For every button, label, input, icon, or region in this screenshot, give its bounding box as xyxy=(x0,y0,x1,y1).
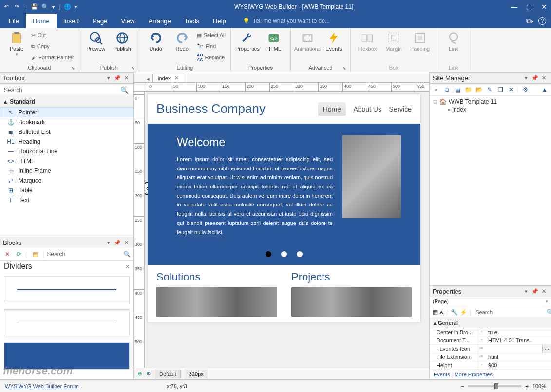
events-button[interactable]: Events xyxy=(322,30,345,53)
html-button[interactable]: </>HTML xyxy=(262,30,285,53)
prop-value[interactable]: HTML 4.01 Trans... xyxy=(485,336,551,344)
props-close-icon[interactable]: ✕ xyxy=(539,288,548,295)
blocks-close-action-icon[interactable]: ✕ xyxy=(3,250,12,259)
menu-file[interactable]: File xyxy=(2,14,26,28)
nav-about[interactable]: About Us xyxy=(353,105,381,113)
publish-button[interactable]: Publish xyxy=(111,30,134,53)
blocks-search-icon[interactable]: 🔍 xyxy=(123,251,131,258)
breakpoint-320[interactable]: 320px xyxy=(185,370,208,378)
tool-item-table[interactable]: ⊞Table xyxy=(0,186,133,195)
select-all-button[interactable]: ▦Select All xyxy=(197,30,226,40)
margin-button[interactable]: Margin xyxy=(382,30,405,53)
divider-preview-3[interactable] xyxy=(4,342,130,370)
tool-item-pointer[interactable]: ↖Pointer xyxy=(0,108,133,117)
prop-cat-general[interactable]: ▴ General xyxy=(430,318,551,328)
menu-insert[interactable]: Insert xyxy=(57,14,86,28)
tool-item-inline-frame[interactable]: ▭Inline Frame xyxy=(0,166,133,176)
sm-close-icon[interactable]: ✕ xyxy=(539,75,548,81)
toolbox-search-input[interactable] xyxy=(2,86,117,94)
carousel-dot-3[interactable] xyxy=(297,251,303,257)
zoom-in-button[interactable]: + xyxy=(525,383,528,389)
prop-value[interactable]: true xyxy=(485,328,551,336)
sm-delete-icon[interactable]: ✕ xyxy=(507,85,515,94)
blocks-section-close-icon[interactable]: ✕ xyxy=(125,263,130,270)
sm-up-icon[interactable]: ▲ xyxy=(540,85,549,94)
sm-props-icon[interactable]: ✎ xyxy=(485,85,494,94)
publish-launcher[interactable]: ⬊ xyxy=(131,66,135,71)
search-icon[interactable]: 🔍 xyxy=(117,86,132,94)
preview-icon[interactable]: 🔍 xyxy=(41,3,48,10)
props-dropdown-icon[interactable]: ▾ xyxy=(522,288,531,295)
toolbox-pin-icon[interactable]: 📌 xyxy=(113,75,122,81)
replace-button[interactable]: ABACReplace xyxy=(197,53,226,62)
sm-dropdown-icon[interactable]: ▾ xyxy=(522,75,531,81)
design-canvas[interactable]: Business Company Home About Us Service ‹… xyxy=(145,92,429,368)
tree-index[interactable]: ▫index xyxy=(441,106,548,113)
menu-page[interactable]: Page xyxy=(86,14,114,28)
forum-link[interactable]: WYSIWYG Web Builder Forum xyxy=(5,383,79,389)
menu-tools[interactable]: Tools xyxy=(178,14,206,28)
nav-service[interactable]: Service xyxy=(389,105,412,113)
tool-item-html[interactable]: <>HTML xyxy=(0,156,133,166)
panels-icon[interactable]: ⧉▸ xyxy=(526,17,533,25)
prop-link-events[interactable]: Events xyxy=(434,372,450,377)
undo-icon[interactable]: ↶ xyxy=(4,3,11,10)
sm-open-icon[interactable]: 📂 xyxy=(475,85,483,94)
properties-search-input[interactable] xyxy=(475,309,543,315)
prop-value[interactable]: html xyxy=(485,353,551,361)
sm-folder-icon[interactable]: 📁 xyxy=(464,85,473,94)
sm-pin-icon[interactable]: 📌 xyxy=(531,75,539,81)
props-wrench-icon[interactable]: 🔧 xyxy=(451,308,458,317)
tree-root[interactable]: ⊟🏠WWB Template 11 xyxy=(433,98,548,106)
padding-button[interactable]: Padding xyxy=(408,30,432,53)
page-preview[interactable]: Business Company Home About Us Service ‹… xyxy=(148,94,420,322)
redo-icon[interactable]: ↷ xyxy=(15,3,21,10)
prop-value[interactable] xyxy=(485,345,542,353)
publish-icon[interactable]: 🌐 xyxy=(64,3,71,10)
format-painter-button[interactable]: 🖌Format Painter xyxy=(31,53,74,62)
props-pin-icon[interactable]: 📌 xyxy=(531,288,539,295)
flexbox-button[interactable]: Flexbox xyxy=(356,30,379,53)
maximize-button[interactable]: ▢ xyxy=(526,3,532,11)
vertical-ruler[interactable]: 050100150200250300350400450500 xyxy=(134,92,145,368)
prop-value[interactable]: 900 xyxy=(485,361,551,369)
sm-edit-icon[interactable]: ▤ xyxy=(453,85,462,94)
blocks-refresh-icon[interactable]: ⟳ xyxy=(15,250,23,259)
tool-item-marquee[interactable]: ⇄Marquee xyxy=(0,176,133,186)
tell-me-search[interactable]: 💡 Tell me what you want to do... xyxy=(243,14,330,28)
properties-button[interactable]: Properties xyxy=(236,30,259,53)
blocks-dropdown-icon[interactable]: ▾ xyxy=(104,240,113,246)
menu-view[interactable]: View xyxy=(114,14,142,28)
toolbox-close-icon[interactable]: ✕ xyxy=(122,75,131,81)
sm-copy-icon[interactable]: ❐ xyxy=(496,85,505,94)
properties-object-selector[interactable]: (Page)▾ xyxy=(430,297,551,306)
divider-preview-2[interactable] xyxy=(4,309,130,336)
carousel-dot-2[interactable] xyxy=(281,251,287,257)
props-search-icon[interactable]: 🔍 xyxy=(545,309,551,316)
tab-scroll-left[interactable]: ◂ xyxy=(144,76,152,82)
sm-clone-icon[interactable]: ⧉ xyxy=(442,85,451,94)
find-button[interactable]: 🔭Find xyxy=(197,41,226,51)
tab-close-icon[interactable]: ✕ xyxy=(174,75,179,81)
tool-item-bulleted-list[interactable]: ≣Bulleted List xyxy=(0,127,133,137)
blocks-filter-icon[interactable]: ▤ xyxy=(31,250,39,259)
tool-item-text[interactable]: TText xyxy=(0,195,133,205)
save-icon[interactable]: 💾 xyxy=(31,3,38,10)
paste-button[interactable]: Paste ▾ xyxy=(5,30,28,57)
divider-preview-1[interactable] xyxy=(4,276,130,303)
cut-button[interactable]: ✂Cut xyxy=(31,30,74,40)
zoom-out-button[interactable]: − xyxy=(461,383,464,389)
add-breakpoint-icon[interactable]: ⊕ xyxy=(138,371,142,377)
blocks-search-input[interactable] xyxy=(47,251,120,258)
prop-link-more[interactable]: More Properties xyxy=(455,372,493,377)
animations-button[interactable]: Animations xyxy=(296,30,319,53)
menu-arrange[interactable]: Arrange xyxy=(141,14,177,28)
toolbox-group-standard[interactable]: ▴Standard xyxy=(0,96,133,108)
undo-button[interactable]: Undo xyxy=(144,30,168,53)
nav-home[interactable]: Home xyxy=(318,102,346,116)
blocks-close-icon[interactable]: ✕ xyxy=(122,240,131,246)
document-tab-index[interactable]: index ✕ xyxy=(152,74,184,82)
clipboard-launcher[interactable]: ⬊ xyxy=(71,66,75,71)
tool-item-horizontal-line[interactable]: —Horizontal Line xyxy=(0,147,133,156)
blocks-pin-icon[interactable]: 📌 xyxy=(113,240,122,246)
